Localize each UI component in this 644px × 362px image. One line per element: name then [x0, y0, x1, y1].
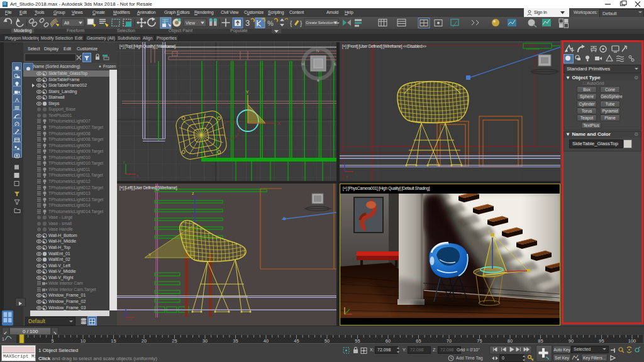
svg-text:75: 75: [477, 338, 482, 343]
svg-text:5: 5: [51, 338, 53, 343]
svg-text:45: 45: [294, 338, 299, 343]
svg-text:}: }: [300, 20, 303, 27]
svg-text:[+] [Left] [User Defined] [Wir: [+] [Left] [User Defined] [Wireframe]: [119, 185, 177, 190]
svg-text:X: X: [277, 121, 280, 126]
svg-text:30: 30: [203, 338, 208, 343]
svg-text:View: View: [186, 21, 196, 25]
svg-text:N: N: [316, 49, 319, 53]
svg-text:z: z: [192, 191, 194, 195]
svg-text:E: E: [334, 62, 336, 66]
svg-text:95: 95: [599, 338, 604, 343]
svg-text:70: 70: [447, 338, 452, 343]
svg-text:55: 55: [355, 338, 360, 343]
svg-text:y: y: [123, 160, 125, 163]
svg-text:%: %: [267, 19, 274, 27]
svg-text:40: 40: [264, 338, 269, 343]
svg-text:Y: Y: [148, 253, 152, 257]
svg-text:I: I: [614, 348, 615, 353]
svg-text:25: 25: [172, 338, 177, 343]
svg-text:[+] [Front] [User Defined] [Wi: [+] [Front] [User Defined] [Wireframe] <…: [342, 44, 426, 49]
svg-text:15: 15: [111, 338, 116, 343]
svg-text:[+] [Top] [High Quality] [Wire: [+] [Top] [High Quality] [Wireframe]: [119, 44, 175, 49]
svg-text:1: 1: [2, 337, 4, 341]
svg-text:80: 80: [508, 338, 513, 343]
svg-text:x: x: [136, 173, 138, 177]
svg-text:[+] [PhysCamera001] [High Qual: [+] [PhysCamera001] [High Quality] [Defa…: [343, 186, 430, 191]
svg-text:85: 85: [538, 338, 543, 343]
svg-text:65: 65: [416, 338, 421, 343]
svg-text:10: 10: [80, 338, 86, 343]
svg-text:90: 90: [569, 338, 574, 343]
svg-text:{: {: [290, 20, 292, 27]
svg-text:Y: Y: [246, 90, 249, 94]
svg-text:z: z: [488, 229, 490, 233]
svg-text:100: 100: [628, 338, 636, 343]
svg-text:60: 60: [386, 338, 391, 343]
svg-text:35: 35: [233, 338, 238, 343]
svg-text:50: 50: [325, 338, 330, 343]
svg-text:W: W: [301, 62, 305, 66]
svg-text:x: x: [346, 175, 348, 178]
svg-text:20: 20: [142, 338, 147, 343]
svg-text:3: 3: [245, 18, 250, 28]
svg-text:All: All: [64, 21, 69, 25]
